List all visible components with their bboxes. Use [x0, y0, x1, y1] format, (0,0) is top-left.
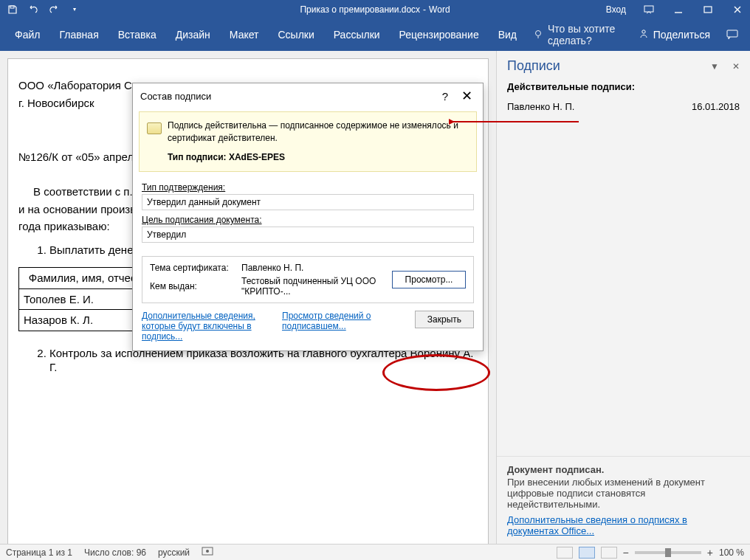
cert-issuer: Тестовый подчиненный УЦ ООО "КРИПТО-... — [241, 276, 389, 297]
pane-menu-icon[interactable]: ▼ — [710, 61, 719, 72]
status-right: − + 100 % — [557, 547, 744, 559]
save-icon[interactable] — [7, 4, 18, 15]
certificate-box: Тема сертификата: Павленко Н. П. Просмот… — [142, 256, 474, 303]
cert-subject-label: Тема сертификата: — [150, 263, 238, 273]
status-lang[interactable]: русский — [158, 547, 190, 558]
cert-issuer-label: Кем выдан: — [150, 281, 238, 291]
tab-review[interactable]: Рецензирование — [391, 24, 488, 45]
sigpane-footer-bold: Документ подписан. — [507, 464, 740, 475]
minimize-icon[interactable] — [672, 3, 685, 16]
svg-point-6 — [641, 30, 644, 32]
link-signer-info[interactable]: Просмотр сведений о подписавшем... — [282, 311, 400, 342]
status-page[interactable]: Страница 1 из 1 — [6, 547, 72, 558]
svg-point-10 — [206, 550, 209, 553]
link-additional-info[interactable]: Дополнительные сведения, которые будут в… — [142, 311, 260, 342]
close-button[interactable]: Закрыть — [415, 311, 474, 328]
sign-date: 16.01.2018 — [692, 101, 740, 112]
view-print-icon[interactable] — [579, 547, 595, 559]
zoom-value[interactable]: 100 % — [719, 547, 744, 558]
svg-rect-0 — [10, 6, 14, 8]
zoom-slider[interactable] — [635, 551, 701, 554]
tab-references[interactable]: Ссылки — [269, 24, 323, 45]
cert-subject: Павленко Н. П. — [241, 263, 389, 273]
titlebar: ▾ Приказ о премировании.docx - Word Вход — [0, 0, 750, 18]
svg-rect-1 — [644, 6, 653, 12]
dialog-title: Состав подписи — [140, 91, 432, 102]
close-icon[interactable] — [731, 3, 744, 16]
dialog-titlebar: Состав подписи ? ✕ — [133, 83, 483, 108]
purpose-label: Цель подписания документа: — [142, 215, 474, 225]
app-name: Word — [429, 4, 450, 15]
svg-rect-3 — [704, 7, 712, 13]
svg-point-4 — [536, 30, 541, 35]
tab-mailings[interactable]: Рассылки — [325, 24, 389, 45]
tell-me[interactable]: Что вы хотите сделать? — [533, 23, 631, 46]
ribbon-share-area: Поделиться — [633, 26, 744, 44]
share-icon — [639, 29, 649, 41]
sigpane-footer-link[interactable]: Дополнительные сведения о подписях в док… — [507, 514, 740, 536]
signature-entry[interactable]: Павленко Н. П. 16.01.2018 — [507, 98, 740, 115]
comments-icon[interactable] — [720, 27, 744, 43]
sigpane-title: Подписи — [507, 58, 560, 74]
status-bar: Страница 1 из 1 Число слов: 96 русский −… — [0, 544, 750, 560]
dialog-bottom: Дополнительные сведения, которые будут в… — [133, 306, 483, 350]
zoom-out-icon[interactable]: − — [623, 547, 629, 559]
share-label: Поделиться — [653, 29, 710, 41]
view-certificate-button[interactable]: Просмотр... — [392, 271, 466, 288]
sigpane-footer-text: При внесении любых изменений в документ … — [507, 477, 740, 510]
redo-icon[interactable] — [49, 4, 59, 15]
valid-signatures-label: Действительные подписи: — [507, 81, 740, 92]
ribbon: Файл Главная Вставка Дизайн Макет Ссылки… — [0, 18, 750, 51]
title-controls: Вход — [606, 3, 750, 16]
tab-insert[interactable]: Вставка — [109, 24, 165, 45]
banner-type: Тип подписи: XAdES-EPES — [168, 151, 467, 164]
sigpane-body: Действительные подписи: Павленко Н. П. 1… — [497, 78, 750, 456]
undo-icon[interactable] — [28, 4, 38, 15]
purpose-value: Утвердил — [142, 227, 474, 243]
dialog-banner: Подпись действительна — подписанное соде… — [139, 111, 477, 172]
sigpane-header: Подписи ▼ ✕ — [497, 51, 750, 78]
qat-dropdown-icon[interactable]: ▾ — [69, 4, 80, 15]
window-title: Приказ о премировании.docx - Word — [300, 4, 450, 15]
tab-file[interactable]: Файл — [6, 24, 49, 45]
status-words[interactable]: Число слов: 96 — [84, 547, 146, 558]
banner-text: Подпись действительна — подписанное соде… — [168, 120, 467, 145]
quick-access-toolbar: ▾ — [0, 4, 80, 15]
signer-name: Павленко Н. П. — [507, 101, 574, 112]
dialog-close-icon[interactable]: ✕ — [458, 88, 475, 104]
bulb-icon — [533, 29, 543, 41]
dialog-help-icon[interactable]: ? — [432, 90, 458, 103]
signatures-pane: Подписи ▼ ✕ Действительные подписи: Павл… — [496, 51, 750, 544]
pane-close-icon[interactable]: ✕ — [732, 61, 740, 72]
view-web-icon[interactable] — [601, 547, 617, 559]
ribbon-options-icon[interactable] — [642, 3, 656, 16]
dialog-links: Дополнительные сведения, которые будут в… — [142, 311, 400, 342]
login-link[interactable]: Вход — [606, 4, 626, 15]
share-button[interactable]: Поделиться — [633, 26, 716, 44]
svg-rect-7 — [727, 30, 737, 37]
signature-details-dialog: Состав подписи ? ✕ Подпись действительна… — [132, 83, 484, 351]
status-macro-icon[interactable] — [202, 546, 213, 559]
zoom-in-icon[interactable]: + — [707, 547, 713, 559]
confirm-type-value: Утвердил данный документ — [142, 194, 474, 210]
tab-design[interactable]: Дизайн — [167, 24, 219, 45]
dialog-fields: Тип подтверждения: Утвердил данный докум… — [133, 175, 483, 252]
maximize-icon[interactable] — [701, 3, 715, 16]
tab-view[interactable]: Вид — [489, 24, 526, 45]
tab-home[interactable]: Главная — [50, 24, 107, 45]
tab-layout[interactable]: Макет — [221, 24, 268, 45]
document-title: Приказ о премировании.docx — [300, 4, 420, 15]
sigpane-footer: Документ подписан. При внесении любых из… — [497, 456, 750, 544]
tell-me-label: Что вы хотите сделать? — [548, 23, 631, 46]
view-read-icon[interactable] — [557, 547, 573, 559]
confirm-type-label: Тип подтверждения: — [142, 182, 474, 193]
